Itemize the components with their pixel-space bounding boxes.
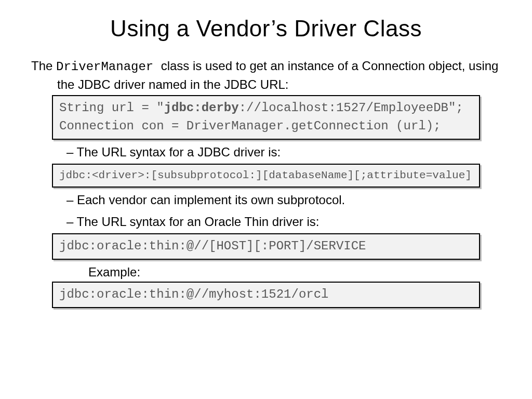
example-label: Example: [88,265,506,280]
code-line-1: String url = "jdbc:derby://localhost:152… [59,99,473,117]
code-box-connection: String url = "jdbc:derby://localhost:152… [52,95,480,140]
intro-paragraph: The DriverManager class is used to get a… [31,57,506,93]
bullet-oracle-syntax: The URL syntax for an Oracle Thin driver… [81,212,506,231]
bullet-url-syntax: The URL syntax for a JDBC driver is: [81,143,506,162]
intro-text-1: The [31,59,56,73]
bullet-vendor-subprotocol: Each vendor can implement its own subpro… [81,191,506,209]
code-line-2: Connection con = DriverManager.getConnec… [59,117,473,136]
intro-code-term: DriverManager [56,60,161,74]
code-line-1-bold: jdbc:derby [164,101,239,115]
code-box-oracle-syntax: jdbc:oracle:thin:@//[HOST][:PORT]/SERVIC… [52,233,480,260]
code-box-oracle-example: jdbc:oracle:thin:@//myhost:1521/orcl [52,282,480,308]
code-line-1-post: ://localhost:1527/EmployeeDB"; [239,101,463,115]
slide-title: Using a Vendor’s Driver Class [26,16,506,42]
code-box-jdbc-syntax: jdbc:<driver>:[subsubprotocol:][database… [52,164,480,188]
code-line-1-pre: String url = " [59,101,164,115]
